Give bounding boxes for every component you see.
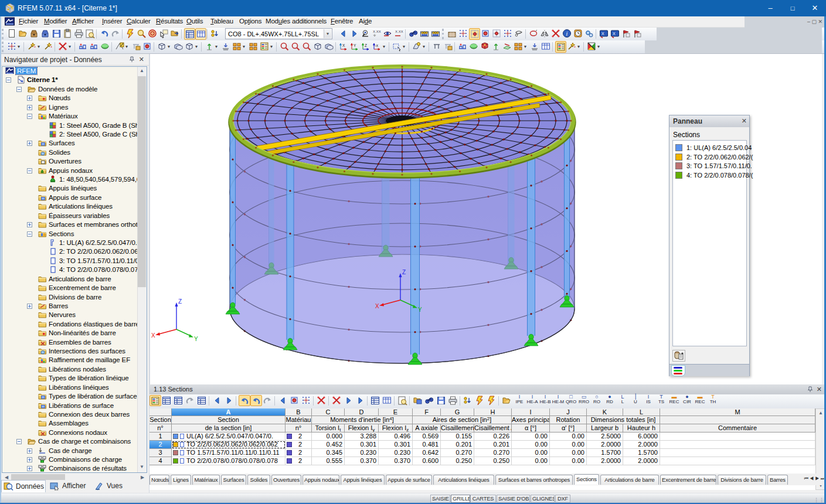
svg-text:i: i — [566, 30, 568, 37]
svg-text:X.XX: X.XX — [395, 30, 403, 33]
svg-text:Z: Z — [178, 298, 182, 305]
svg-text:X: X — [342, 43, 345, 47]
svg-text:Z: Z — [402, 269, 406, 275]
svg-text:Y: Y — [418, 307, 422, 313]
svg-text:X: X — [151, 332, 155, 339]
svg-text:Z: Z — [365, 43, 367, 47]
svg-text:-x: -x — [375, 43, 379, 47]
svg-text:X.XX: X.XX — [373, 30, 381, 33]
svg-text:X: X — [613, 32, 616, 36]
svg-text:Y: Y — [194, 336, 198, 342]
svg-text:X: X — [601, 32, 604, 36]
svg-text:X: X — [375, 303, 379, 309]
svg-text:Y: Y — [353, 43, 356, 47]
